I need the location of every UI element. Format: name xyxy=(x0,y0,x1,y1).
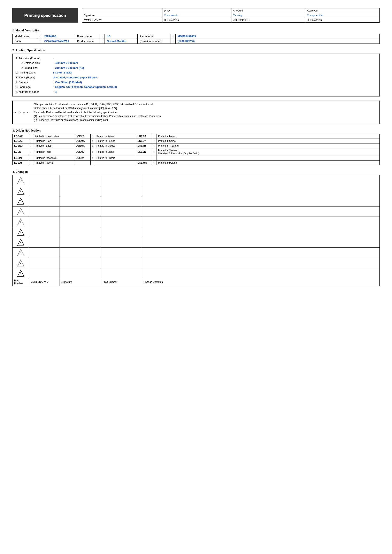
origin-desc xyxy=(156,156,380,160)
origin-code: LGEAS xyxy=(13,160,29,165)
revision-number-label: (Revision number) xyxy=(138,39,170,44)
date-cell xyxy=(29,175,60,186)
origin-code: LGEVN xyxy=(136,148,152,156)
footer-change-contents: Change Contents xyxy=(142,278,380,286)
eco-number-cell xyxy=(101,175,142,186)
origin-desc: Printed in VietnamMade by LG Electronics… xyxy=(156,148,380,156)
changes-row-6: 6 xyxy=(13,217,380,227)
origin-code: LGEKR xyxy=(74,134,91,139)
suffix-value: CC/WP/WF/WM/WH xyxy=(42,39,75,44)
checked-signature: Ye ming xyxy=(231,13,305,18)
origin-row-1: LGEAK : Printed in Kazakhstan LGEKR : Pr… xyxy=(13,134,380,139)
revision-number-value: (1702-REV00) xyxy=(175,39,379,44)
bindery-row: 4. Bindery : One Sheet (1 Folded) xyxy=(16,80,376,84)
origin-desc: Printed in Korea xyxy=(95,134,136,139)
trim-size-row: 1. Trim size (Format) : xyxy=(16,56,376,61)
origin-table: LGEAK : Printed in Kazakhstan LGEKR : Pr… xyxy=(12,134,380,165)
model-name-value: 29UM69G xyxy=(42,34,75,39)
header-section: Printing specification Drawn Checked App… xyxy=(12,8,380,23)
printing-spec-box: 1. Trim size (Format) : • Unfolded size … xyxy=(12,54,380,97)
changes-row-3: 3 xyxy=(13,248,380,258)
footer-date: MMM/DD/YYYY xyxy=(29,278,60,286)
changes-footer-row: Rev. Number MMM/DD/YYYY Signature ECO Nu… xyxy=(13,278,380,286)
unfolded-size-row: • Unfolded size : 420 mm x 148 mm xyxy=(16,61,376,65)
origin-code: LGEAZ xyxy=(13,139,29,144)
brand-name-value: LG xyxy=(105,34,138,39)
origin-desc: Printed in Egypt xyxy=(33,144,74,148)
note-content: *This part contains Eco-hazardous substa… xyxy=(31,101,164,124)
approved-date: DEC/24/2016 xyxy=(305,18,379,23)
note-label: NOTE xyxy=(13,101,31,124)
signature-cell xyxy=(60,175,101,186)
changes-table: 10 9 xyxy=(12,175,380,286)
origin-code: LGERA xyxy=(74,156,91,160)
section2-title: 2. Printing Specification xyxy=(12,49,380,52)
origin-desc: Printed in Poland xyxy=(95,139,136,144)
origin-desc xyxy=(95,160,136,165)
origin-desc: Printed in Kazakhstan xyxy=(33,134,74,139)
changes-row-8: 8 xyxy=(13,196,380,207)
changes-row-9: 9 xyxy=(13,186,380,196)
origin-code: LGEND xyxy=(74,148,91,156)
stock-row: 3. Stock (Paper) Uncoated, wood-free pap… xyxy=(16,75,376,80)
origin-desc: Printed in Thailand xyxy=(156,144,380,148)
origin-row-2: LGEAZ : Printed in Brazil LGEMA : Printe… xyxy=(13,139,380,144)
origin-desc: Printed in India xyxy=(33,148,74,156)
num-pages-row: 6. Number of pages : 4 xyxy=(16,90,376,94)
origin-code: LGEEG xyxy=(13,144,29,148)
origin-row-4: LGEIL : Printed in India LGEND : Printed… xyxy=(13,148,380,156)
origin-code: LGEIL xyxy=(13,148,29,156)
changes-row-5: 5 xyxy=(13,227,380,237)
signature-label: Signature xyxy=(82,13,162,18)
origin-row-5: LGEIN : Printed in Indonesia LGERA : Pri… xyxy=(13,156,380,160)
origin-code: LGERS xyxy=(136,134,152,139)
changes-row-4: 4 xyxy=(13,237,380,248)
origin-code xyxy=(74,160,91,165)
part-number-label: Part number xyxy=(138,34,170,39)
origin-code: LGEMX xyxy=(74,144,91,148)
origin-code: LGEWR xyxy=(136,160,152,165)
note-line-5: (2) Especially, Don't use or contain lea… xyxy=(34,118,161,122)
section1-title: 1. Model Description xyxy=(12,29,380,32)
date-label: MMM/DD/YYYY xyxy=(82,18,162,23)
part-number-value: MBM65499869 xyxy=(175,34,379,39)
section3-title: 3. Origin Notification xyxy=(12,129,380,132)
product-name-value: Normal Monitor xyxy=(105,39,138,44)
drawn-signature: Chao wenxiu xyxy=(162,13,231,18)
product-name-label: Product name xyxy=(75,39,100,44)
brand-name-label: Brand name xyxy=(75,34,100,39)
origin-code: LGEMA xyxy=(74,139,91,144)
checked-date: JDEC/24/2016 xyxy=(231,18,305,23)
origin-desc: Printed in Poland xyxy=(156,160,380,165)
note-box: NOTE *This part contains Eco-hazardous s… xyxy=(12,101,380,124)
footer-eco-number: ECO Number xyxy=(101,278,142,286)
origin-desc: Printed in Russia xyxy=(95,156,136,160)
origin-desc: Printed in Mexico xyxy=(95,144,136,148)
origin-code xyxy=(136,156,152,160)
origin-row-3: LGEEG : Printed in Egypt LGEMX : Printed… xyxy=(13,144,380,148)
footer-signature: Signature xyxy=(60,278,101,286)
language-row: 5. Language : English_US / Frennch_Canad… xyxy=(16,84,376,89)
changes-row-7: 7 xyxy=(13,207,380,217)
changes-row-2: 2 xyxy=(13,258,380,268)
change-contents-cell xyxy=(142,175,380,186)
origin-code: LGEAK xyxy=(13,134,29,139)
model-description-table: Model name : 29UM69G Brand name : LG Par… xyxy=(12,34,380,44)
origin-code: LGESY xyxy=(136,139,152,144)
origin-desc: Printed in Indonesia xyxy=(33,156,74,160)
origin-desc: Printed in China xyxy=(95,148,136,156)
drawn-date: DEC/24/2016 xyxy=(162,18,231,23)
origin-desc: Printed in Mexico xyxy=(156,134,380,139)
printing-colors-row: 2. Printing colors 1 Color (Black) xyxy=(16,70,376,75)
model-name-label: Model name xyxy=(13,34,37,39)
origin-desc: Printed in Brazil xyxy=(33,139,74,144)
note-line-1: *This part contains Eco-hazardous substa… xyxy=(34,102,161,106)
footer-rev-number: Rev. Number xyxy=(13,278,29,286)
origin-desc: Printed in China xyxy=(156,139,380,144)
approval-table: Drawn Checked Approved Signature Chao we… xyxy=(82,8,380,23)
note-line-4: (1) Eco-hazardous substances test report… xyxy=(34,114,161,118)
origin-row-6: LGEAS : Printed in Algeria LGEWR : Print… xyxy=(13,160,380,165)
changes-row-1: 1 xyxy=(13,268,380,278)
section4-title: 4. Changes xyxy=(12,170,380,173)
changes-row-10: 10 xyxy=(13,175,380,186)
